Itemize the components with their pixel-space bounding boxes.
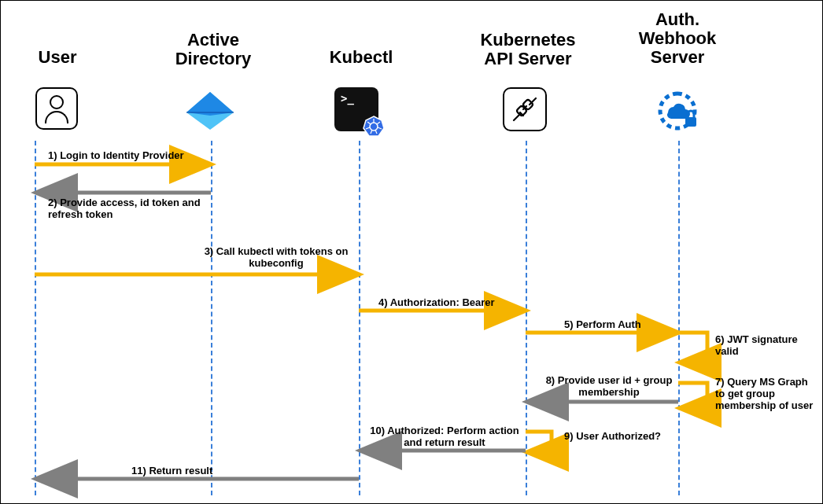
msg-8: 8) Provide user id + group membership	[542, 375, 676, 399]
actor-title-user: User	[26, 48, 89, 67]
actor-title-webhook: Auth. Webhook Server	[630, 10, 725, 68]
terminal-kubernetes-icon: >_	[334, 87, 378, 131]
msg-2: 2) Provide access, id token and refresh …	[48, 197, 213, 221]
lifeline-webhook	[678, 141, 680, 495]
actor-title-api: Kubernetes API Server	[473, 31, 583, 68]
azure-ad-icon	[185, 90, 235, 131]
cloud-lock-icon	[654, 89, 701, 131]
lifeline-kubectl	[359, 141, 360, 495]
actor-title-ad: Active Directory	[166, 31, 260, 68]
msg-4: 4) Authorization: Bearer	[378, 296, 495, 308]
api-plug-icon	[503, 87, 547, 131]
msg-10: 10) Authorized: Perform action and retur…	[366, 425, 523, 449]
msg-1: 1) Login to Identity Provider	[48, 149, 184, 161]
sequence-diagram: User Active Directory Kubectl Kubernetes…	[0, 0, 823, 504]
lifeline-user	[35, 141, 36, 495]
msg-5: 5) Perform Auth	[564, 318, 641, 330]
lifeline-ad	[211, 141, 212, 495]
user-icon	[35, 87, 78, 130]
svg-rect-16	[685, 117, 696, 127]
actor-title-kubectl: Kubectl	[322, 48, 400, 67]
msg-6: 6) JWT signature valid	[715, 334, 810, 358]
lifeline-api	[526, 141, 527, 495]
msg-3: 3) Call kubectl with tokens on kubeconfi…	[197, 246, 355, 270]
msg-11: 11) Return result	[131, 465, 212, 476]
msg-9: 9) User Authorized?	[564, 430, 661, 442]
msg-7: 7) Query MS Graph to get group membershi…	[715, 377, 817, 412]
